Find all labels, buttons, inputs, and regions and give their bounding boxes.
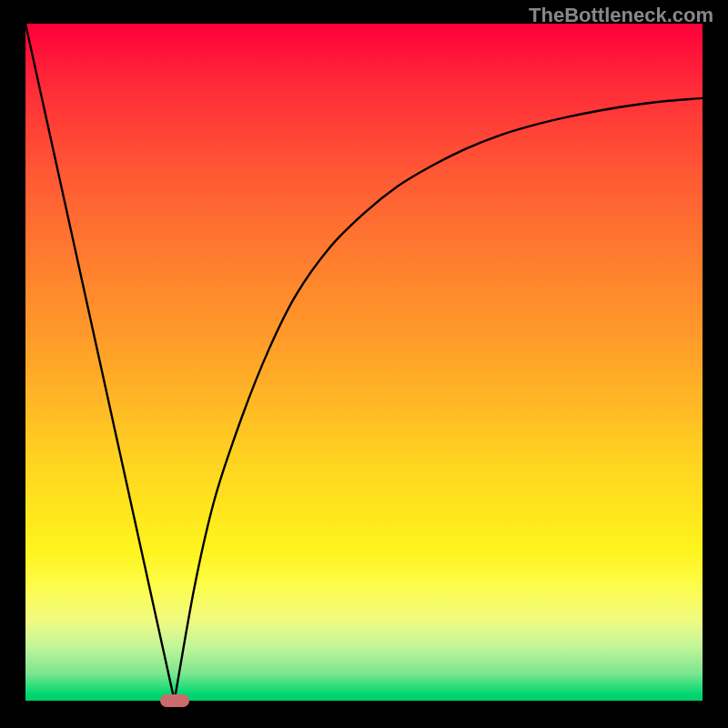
chart-frame: TheBottleneck.com — [0, 0, 728, 728]
bottleneck-curve — [25, 24, 703, 701]
curve-path — [25, 24, 703, 701]
optimal-marker — [160, 694, 189, 707]
watermark-text: TheBottleneck.com — [529, 4, 713, 27]
